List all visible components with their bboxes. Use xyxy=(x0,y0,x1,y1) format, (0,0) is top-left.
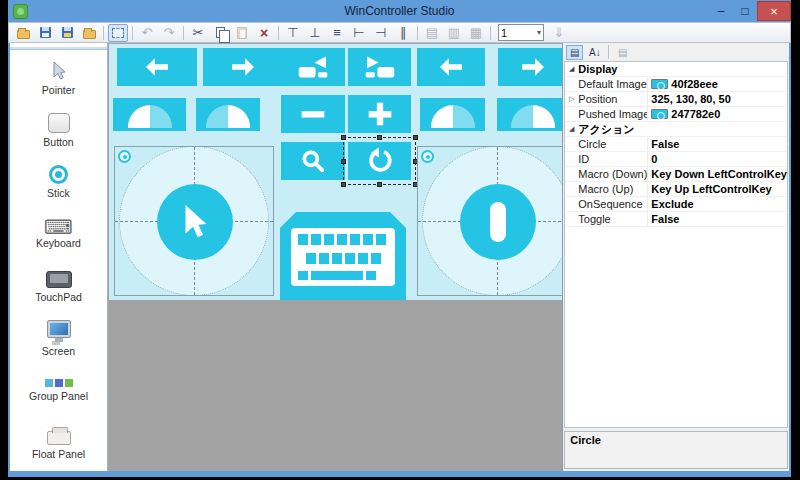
titlebar[interactable]: WinController Studio – □ × xyxy=(8,0,791,22)
delete-button[interactable]: × xyxy=(254,24,274,42)
window-border xyxy=(8,471,791,477)
selection-handle[interactable] xyxy=(377,182,382,187)
redo-button[interactable]: ↷ xyxy=(159,24,179,42)
expand-icon[interactable]: ▷ xyxy=(565,95,578,103)
plus-button[interactable] xyxy=(348,95,411,133)
keyboard-keys-icon xyxy=(291,228,395,286)
sort-az-icon[interactable]: A↓ xyxy=(586,45,603,60)
align-middle-button[interactable]: ≡ xyxy=(327,24,347,42)
property-row-position[interactable]: ▷ Position 325, 130, 80, 50 xyxy=(565,92,787,107)
ungroup-button[interactable]: ▦ xyxy=(466,24,486,42)
right-arrow-button[interactable] xyxy=(203,48,283,86)
property-group-action[interactable]: ◢ アクション xyxy=(565,122,787,137)
save-button[interactable] xyxy=(35,24,55,42)
cut-button[interactable]: ✂ xyxy=(188,24,208,42)
plus-icon xyxy=(363,97,397,131)
paste-icon xyxy=(237,27,247,39)
folder-icon xyxy=(83,30,96,39)
property-row-macro-down[interactable]: Macro (Down) Key Down LeftControlKey xyxy=(565,167,787,182)
toolbox-sidebar: Pointer Button Stick ⌨ Keyboard TouchPad… xyxy=(10,43,108,471)
property-row-pushed-image[interactable]: Pushed Image 247782e0 xyxy=(565,107,787,122)
property-row-circle[interactable]: Circle False xyxy=(565,137,787,152)
right-stick[interactable] xyxy=(417,146,562,296)
minus-icon xyxy=(296,97,330,131)
right-arrow-button[interactable] xyxy=(498,48,562,86)
selection-handle[interactable] xyxy=(341,182,346,187)
selection-handle[interactable] xyxy=(341,159,346,164)
property-row-onsequence[interactable]: OnSequence Exclude xyxy=(565,197,787,212)
group-button[interactable]: ▥ xyxy=(444,24,464,42)
collapse-icon[interactable]: ◢ xyxy=(565,125,578,133)
save-as-button[interactable] xyxy=(57,24,77,42)
property-grid[interactable]: ◢ Display Default Image 40f28eee ▷ Posit… xyxy=(564,61,788,428)
toolbox-item-screen[interactable]: Screen xyxy=(10,313,107,365)
property-description: Circle xyxy=(564,431,788,469)
copy-icon xyxy=(216,27,225,38)
tilt-right-button[interactable] xyxy=(497,98,562,131)
tilt-right-button[interactable] xyxy=(196,98,260,131)
toolbox-item-group-panel[interactable]: Group Panel xyxy=(10,365,107,417)
selection-rect-icon xyxy=(112,28,124,38)
stick-knob[interactable] xyxy=(460,184,536,260)
property-row-default-image[interactable]: Default Image 40f28eee xyxy=(565,77,787,92)
property-row-id[interactable]: ID 0 xyxy=(565,152,787,167)
selection-handle[interactable] xyxy=(413,135,418,140)
tilt-left-button[interactable] xyxy=(113,98,186,131)
layer-prev-button[interactable] xyxy=(281,48,345,86)
selection-handle[interactable] xyxy=(341,135,346,140)
import-button[interactable] xyxy=(79,24,99,42)
float-panel-icon xyxy=(47,431,71,445)
tilt-left-icon xyxy=(431,105,475,128)
left-stick[interactable] xyxy=(114,146,274,296)
left-arrow-button[interactable] xyxy=(117,48,197,86)
align-bottom-button[interactable]: ⊥ xyxy=(305,24,325,42)
property-panel: ▤ A↓ ▤ ◢ Display Default Image 40f28eee … xyxy=(562,43,789,471)
align-center-button[interactable]: ∥ xyxy=(393,24,413,42)
toolbox-item-float-panel[interactable]: Float Panel xyxy=(10,417,107,469)
align-right-button[interactable]: ⊣ xyxy=(371,24,391,42)
stick-icon xyxy=(49,165,68,184)
toolbox-item-stick[interactable]: Stick xyxy=(10,156,107,208)
selection-marquee[interactable] xyxy=(343,137,416,185)
toolbox-item-keyboard[interactable]: ⌨ Keyboard xyxy=(10,208,107,260)
toolbox-tab xyxy=(10,47,107,50)
align-top-button[interactable]: ⊤ xyxy=(283,24,303,42)
design-surface[interactable] xyxy=(109,44,562,300)
tilt-left-icon xyxy=(128,105,172,128)
same-size-button[interactable]: ▤ xyxy=(422,24,442,42)
tilt-left-button[interactable] xyxy=(420,98,485,131)
left-arrow-button[interactable] xyxy=(417,48,485,86)
touchpad-icon xyxy=(46,271,72,288)
right-arrow-icon xyxy=(511,55,555,79)
group-panel-icon xyxy=(45,379,73,387)
image-thumbnail xyxy=(651,79,668,89)
property-row-toggle[interactable]: Toggle False xyxy=(565,212,787,227)
select-tool-button[interactable] xyxy=(108,24,128,42)
selection-handle[interactable] xyxy=(377,135,382,140)
zoom-button[interactable] xyxy=(281,142,345,180)
property-group-display[interactable]: ◢ Display xyxy=(565,62,787,77)
property-row-macro-up[interactable]: Macro (Up) Key Up LeftControlKey xyxy=(565,182,787,197)
keyboard-panel[interactable] xyxy=(280,212,406,300)
align-left-button[interactable]: ⊢ xyxy=(349,24,369,42)
anchor-button[interactable]: ⇓ xyxy=(549,24,569,42)
stick-knob[interactable] xyxy=(157,184,233,260)
property-pages-icon[interactable]: ▤ xyxy=(614,45,631,60)
paste-button[interactable] xyxy=(232,24,252,42)
chevron-down-icon: ▾ xyxy=(537,28,541,37)
magnifier-icon xyxy=(300,148,326,174)
undo-button[interactable]: ↶ xyxy=(137,24,157,42)
open-button[interactable] xyxy=(13,24,33,42)
zoom-combobox[interactable]: 1 ▾ xyxy=(498,24,544,41)
design-canvas[interactable] xyxy=(108,43,562,471)
layer-next-button[interactable] xyxy=(348,48,411,86)
minus-button[interactable] xyxy=(281,95,345,133)
toolbox-item-button[interactable]: Button xyxy=(10,104,107,156)
categorized-icon[interactable]: ▤ xyxy=(566,45,583,60)
toolbox-item-pointer[interactable]: Pointer xyxy=(10,52,107,104)
screen-icon xyxy=(47,320,71,338)
toolbox-item-touchpad[interactable]: TouchPad xyxy=(10,261,107,313)
right-arrow-icon xyxy=(221,55,265,79)
copy-button[interactable] xyxy=(210,24,230,42)
collapse-icon[interactable]: ◢ xyxy=(565,65,578,73)
